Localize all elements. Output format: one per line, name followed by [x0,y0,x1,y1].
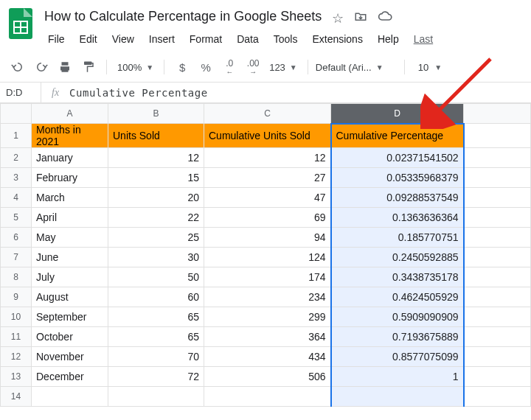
row-header[interactable]: 3 [1,168,32,188]
cell[interactable] [464,287,531,307]
cell[interactable]: 27 [204,168,331,188]
menu-extensions[interactable]: Extensions [305,30,369,48]
cell[interactable]: 0.09288537549 [331,188,464,208]
font-size-select[interactable]: 10▼ [412,62,448,73]
cell[interactable]: 94 [204,228,331,248]
document-title[interactable]: How to Calculate Percentage in Google Sh… [41,7,324,26]
cell[interactable]: 0.2450592885 [331,248,464,267]
cloud-status-icon[interactable] [378,9,392,27]
cell[interactable] [464,327,531,347]
cell[interactable]: 72 [108,367,204,387]
cell[interactable]: February [32,168,108,188]
cell[interactable] [464,188,531,208]
spreadsheet-grid[interactable]: A B C D 1Months in 2021Units SoldCumulat… [0,103,531,407]
cell[interactable] [464,168,531,188]
cell[interactable]: July [32,267,108,287]
cell[interactable]: October [32,327,108,347]
cell[interactable]: 364 [204,327,331,347]
print-button[interactable] [55,57,75,77]
menu-last-edit[interactable]: Last [407,30,440,48]
sheets-logo[interactable] [7,6,34,41]
move-icon[interactable] [354,10,367,27]
cell[interactable]: 0.8577075099 [331,347,464,367]
cell[interactable] [464,124,531,148]
col-header-a[interactable]: A [32,104,108,124]
font-family-select[interactable]: Default (Ari...▼ [316,62,397,73]
menu-edit[interactable]: Edit [73,30,104,48]
header-cell[interactable]: Months in 2021 [32,124,108,148]
cell[interactable]: 12 [204,148,331,168]
cell[interactable]: 60 [108,287,204,307]
paint-format-button[interactable] [78,57,99,77]
cell[interactable]: 20 [108,188,204,208]
cell[interactable] [464,248,531,267]
row-header[interactable]: 12 [1,347,32,367]
cell[interactable]: 0.3438735178 [331,267,464,287]
header-cell[interactable]: Cumulative Units Sold [204,124,331,148]
zoom-select[interactable]: 100%▼ [114,62,156,73]
cell[interactable] [331,387,464,407]
cell[interactable]: 124 [204,248,331,267]
increase-decimal-button[interactable]: .00→ [243,57,263,77]
cell[interactable] [464,267,531,287]
cell[interactable]: 434 [204,347,331,367]
header-cell[interactable]: Units Sold [108,124,204,148]
cell[interactable]: 70 [108,347,204,367]
cell[interactable]: 234 [204,287,331,307]
format-currency-button[interactable]: $ [172,57,192,77]
cell[interactable]: 0.02371541502 [331,148,464,168]
cell[interactable]: 1 [331,367,464,387]
formula-bar[interactable]: Cumulative Percentage [69,87,208,99]
cell[interactable]: 25 [108,228,204,248]
cell[interactable]: September [32,307,108,327]
cell[interactable]: December [32,367,108,387]
cell[interactable]: January [32,148,108,168]
cell[interactable]: May [32,228,108,248]
cell[interactable]: 174 [204,267,331,287]
cell[interactable]: 30 [108,248,204,267]
more-formats-button[interactable]: 123▼ [266,62,300,73]
format-percent-button[interactable]: % [195,57,216,77]
row-header[interactable]: 11 [1,327,32,347]
cell[interactable]: 0.5909090909 [331,307,464,327]
cell[interactable]: November [32,347,108,367]
cell[interactable]: 47 [204,188,331,208]
menu-file[interactable]: File [41,30,72,48]
cell[interactable]: 15 [108,168,204,188]
cell[interactable] [32,387,108,407]
cell[interactable]: 0.7193675889 [331,327,464,347]
cell[interactable]: 0.4624505929 [331,287,464,307]
cell[interactable]: April [32,208,108,228]
row-header[interactable]: 6 [1,228,32,248]
col-header-d[interactable]: D [331,104,464,124]
name-box[interactable]: D:D [0,83,41,102]
cell[interactable]: 0.1363636364 [331,208,464,228]
cell[interactable] [464,148,531,168]
col-header-c[interactable]: C [204,104,331,124]
row-header[interactable]: 14 [1,387,32,407]
row-header[interactable]: 9 [1,287,32,307]
cell[interactable] [108,387,204,407]
cell[interactable] [464,228,531,248]
row-header[interactable]: 4 [1,188,32,208]
row-header[interactable]: 2 [1,148,32,168]
cell[interactable]: 12 [108,148,204,168]
cell[interactable]: 506 [204,367,331,387]
cell[interactable] [464,307,531,327]
undo-button[interactable] [7,57,28,77]
row-header[interactable]: 5 [1,208,32,228]
menu-data[interactable]: Data [230,30,266,48]
cell[interactable] [464,347,531,367]
cell[interactable] [204,387,331,407]
menu-tools[interactable]: Tools [267,30,305,48]
cell[interactable]: 69 [204,208,331,228]
row-header[interactable]: 7 [1,248,32,267]
decrease-decimal-button[interactable]: .0← [219,57,240,77]
cell[interactable]: 65 [108,307,204,327]
cell[interactable] [464,387,531,407]
menu-insert[interactable]: Insert [142,30,181,48]
row-header[interactable]: 1 [1,124,32,148]
menu-help[interactable]: Help [371,30,406,48]
cell[interactable] [464,367,531,387]
cell[interactable]: 22 [108,208,204,228]
